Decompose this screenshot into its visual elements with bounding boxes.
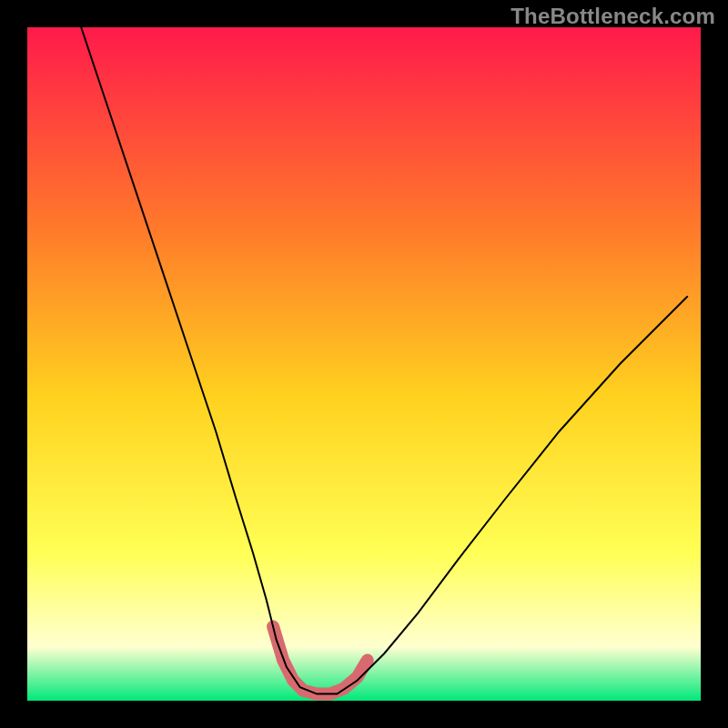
bottleneck-chart [27,27,701,701]
chart-background-gradient [27,27,701,701]
watermark-text: TheBottleneck.com [511,4,715,29]
chart-frame: TheBottleneck.com [0,0,728,728]
